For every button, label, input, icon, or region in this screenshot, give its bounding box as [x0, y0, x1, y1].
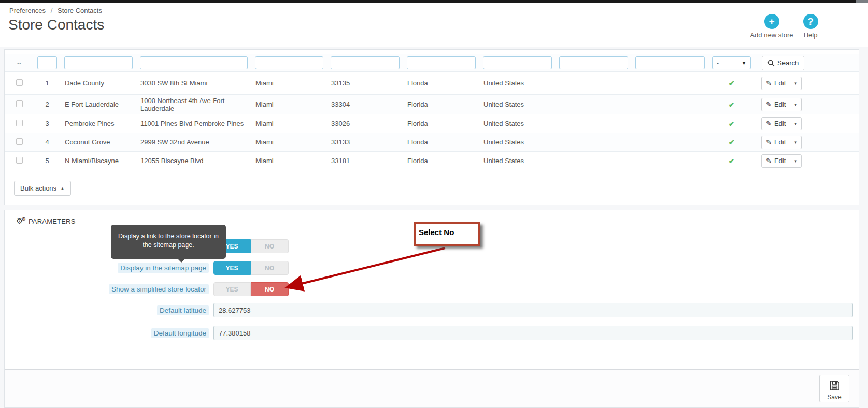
save-button[interactable]: Save [819, 375, 849, 402]
toggle-sitemap: YES NO [213, 261, 289, 275]
edit-button[interactable]: ✎Edit▾ [761, 136, 802, 149]
cell-zip: 33181 [327, 152, 403, 170]
cell-state: Florida [403, 114, 479, 133]
row-checkbox[interactable] [16, 120, 23, 126]
row-checkbox[interactable] [16, 100, 23, 107]
caret-down-icon[interactable]: ▾ [794, 102, 797, 107]
stores-table: -- - ▼ [5, 54, 859, 170]
edit-button[interactable]: ✎Edit▾ [761, 98, 802, 111]
row-checkbox[interactable] [16, 157, 23, 164]
breadcrumb-parent[interactable]: Preferences [9, 7, 46, 14]
field-label: Display in the sitemap page [118, 263, 209, 272]
pencil-icon: ✎ [766, 79, 772, 87]
cell-city: Miami [251, 72, 327, 95]
filter-zip-input[interactable] [331, 56, 400, 69]
cell-country: United States [479, 72, 556, 95]
caret-down-icon[interactable]: ▾ [794, 121, 797, 126]
caret-down-icon[interactable]: ▾ [794, 81, 797, 86]
no-option[interactable]: NO [251, 261, 289, 275]
select-no-annotation: Select No [414, 222, 480, 246]
cell-city: Miami [251, 152, 327, 170]
filter-check-label: -- [8, 60, 30, 67]
cell-city: Miami [251, 114, 327, 133]
table-row: 5 N Miami/Biscayne 12055 Biscayne Blvd M… [5, 152, 859, 170]
bulk-actions-label: Bulk actions [20, 184, 56, 192]
caret-down-icon[interactable]: ▾ [794, 140, 797, 145]
button-divider [790, 80, 790, 87]
cell-id: 4 [34, 133, 61, 152]
annotation-arrow [274, 239, 456, 296]
cell-state: Florida [403, 72, 479, 95]
filter-city-input[interactable] [255, 56, 323, 69]
tooltip-arrow [177, 258, 186, 263]
cell-id: 2 [34, 95, 61, 114]
cell-name: E Fort Lauderdale [61, 95, 136, 114]
enabled-check-icon[interactable]: ✔ [729, 157, 735, 165]
parameters-panel: ⚙⚙ PARAMETERS YES NO Display in the site… [4, 210, 859, 408]
save-floppy-icon [829, 380, 841, 391]
pencil-icon: ✎ [766, 138, 772, 146]
parameters-heading: ⚙⚙ PARAMETERS [16, 216, 76, 226]
pencil-icon: ✎ [766, 120, 772, 127]
filter-status-select[interactable]: - ▼ [712, 56, 751, 69]
filter-name-input[interactable] [64, 56, 133, 69]
enabled-check-icon[interactable]: ✔ [729, 100, 735, 109]
cell-name: Dade County [61, 72, 136, 95]
table-row: 1 Dade County 3030 SW 8th St Miami Miami… [5, 72, 859, 95]
filter-phone-input[interactable] [559, 56, 628, 69]
caret-down-icon[interactable]: ▾ [794, 158, 797, 164]
row-checkbox[interactable] [16, 79, 23, 86]
cell-zip: 33133 [327, 133, 403, 152]
cell-address: 12055 Biscayne Blvd [136, 152, 251, 170]
question-icon: ? [803, 14, 818, 29]
cell-zip: 33026 [327, 114, 403, 133]
caret-up-icon: ▲ [60, 186, 65, 191]
edit-button[interactable]: ✎Edit▾ [761, 117, 802, 130]
cell-address: 3030 SW 8th St Miami [136, 72, 251, 95]
yes-option[interactable]: YES [213, 261, 251, 275]
pencil-icon: ✎ [766, 157, 772, 165]
search-icon [767, 60, 775, 67]
default-longitude-input[interactable] [213, 326, 853, 340]
filter-fax-input[interactable] [635, 56, 705, 69]
no-option[interactable]: NO [251, 282, 289, 296]
plus-icon: + [764, 14, 779, 29]
filter-id-input[interactable] [37, 56, 57, 69]
edit-button[interactable]: ✎Edit▾ [761, 154, 802, 168]
filter-country-input[interactable] [483, 56, 552, 69]
page-title: Store Contacts [8, 17, 104, 33]
edit-button[interactable]: ✎Edit▾ [761, 77, 802, 90]
filter-address-input[interactable] [140, 56, 248, 69]
bulk-actions-button[interactable]: Bulk actions ▲ [14, 181, 71, 196]
default-latitude-input[interactable] [213, 303, 853, 317]
help-button[interactable]: ? Help [787, 14, 834, 39]
cell-state: Florida [403, 95, 479, 114]
row-checkbox[interactable] [16, 138, 23, 145]
cell-id: 5 [34, 152, 61, 170]
field-label: Show a simplified store locator [109, 284, 209, 294]
enabled-check-icon[interactable]: ✔ [729, 79, 735, 88]
filter-state-input[interactable] [407, 56, 476, 69]
cell-country: United States [479, 152, 556, 170]
stores-table-panel: -- - ▼ [4, 49, 859, 205]
filter-status-value: - [717, 60, 719, 67]
edit-label: Edit [774, 138, 786, 146]
cell-country: United States [479, 95, 556, 114]
no-option[interactable]: NO [251, 239, 289, 253]
cell-state: Florida [403, 133, 479, 152]
enabled-check-icon[interactable]: ✔ [729, 120, 735, 128]
enabled-check-icon[interactable]: ✔ [729, 138, 735, 147]
cell-id: 3 [34, 114, 61, 133]
field-label: Default latitude [157, 305, 209, 315]
yes-option[interactable]: YES [213, 282, 251, 296]
breadcrumb-current: Store Contacts [58, 7, 102, 14]
panel-footer: Save [5, 369, 859, 407]
edit-label: Edit [774, 120, 786, 127]
field-label: Default longitude [151, 328, 209, 338]
table-row: 2 E Fort Lauderdale 1000 Northeast 4th A… [5, 95, 859, 114]
cell-zip: 33135 [327, 72, 403, 95]
search-button[interactable]: Search [762, 56, 804, 70]
toggle-simplified-locator: YES NO [213, 282, 289, 296]
gears-icon: ⚙⚙ [16, 216, 26, 226]
cell-address: 2999 SW 32nd Avenue [136, 133, 251, 152]
